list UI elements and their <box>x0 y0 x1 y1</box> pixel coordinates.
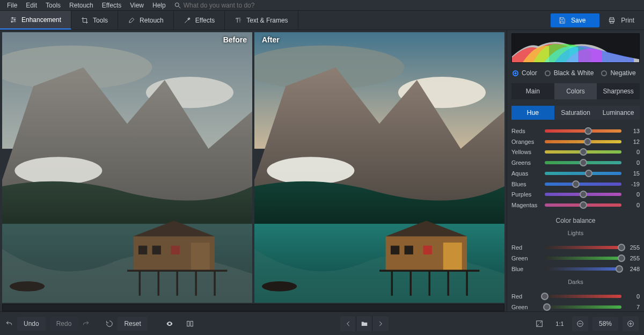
slider-thumb[interactable] <box>616 265 623 273</box>
folder-icon <box>361 320 368 327</box>
histogram[interactable] <box>511 33 640 63</box>
slider-yellows[interactable]: Yellows0 <box>511 148 640 157</box>
slider-label: Green <box>511 255 541 261</box>
radio-negative[interactable]: Negative <box>601 69 635 77</box>
reset-icon[interactable] <box>106 320 113 327</box>
undo-button[interactable]: Undo <box>17 317 46 331</box>
svg-rect-20 <box>171 246 180 254</box>
zoom-out-button[interactable] <box>572 316 588 331</box>
stab-hue[interactable]: Hue <box>511 106 554 120</box>
slider-magentas[interactable]: Magentas0 <box>511 201 640 210</box>
prev-file-button[interactable] <box>340 316 356 331</box>
tab-text-frames[interactable]: Text & Frames <box>225 11 298 30</box>
radio-color[interactable]: Color <box>513 69 537 77</box>
slider-track[interactable] <box>545 246 621 249</box>
slider-value: 0 <box>625 202 640 208</box>
slider-thumb[interactable] <box>585 170 592 177</box>
ptab-main[interactable]: Main <box>511 83 554 99</box>
svg-point-0 <box>175 3 179 6</box>
slider-thumb[interactable] <box>572 180 580 188</box>
menu-help[interactable]: Help <box>149 1 170 10</box>
slider-green[interactable]: Green255 <box>511 253 640 263</box>
undo-arrow-icon[interactable] <box>5 320 13 327</box>
tab-effects[interactable]: Effects <box>174 11 225 30</box>
slider-thumb[interactable] <box>543 303 551 311</box>
slider-red[interactable]: Red0 <box>511 292 640 301</box>
slider-thumb[interactable] <box>618 254 625 262</box>
actual-size-button[interactable]: 1:1 <box>552 316 568 331</box>
slider-label: Oranges <box>511 139 541 145</box>
print-button[interactable]: Print <box>605 13 644 27</box>
slider-track[interactable] <box>545 183 621 186</box>
slider-track[interactable] <box>545 267 621 271</box>
slider-greens[interactable]: Greens0 <box>511 158 640 168</box>
after-pane[interactable]: After <box>254 32 504 303</box>
slider-reds[interactable]: Reds13 <box>511 126 640 135</box>
slider-track[interactable] <box>545 295 621 298</box>
stab-saturation[interactable]: Saturation <box>554 106 597 120</box>
slider-track[interactable] <box>545 172 621 175</box>
ptab-colors[interactable]: Colors <box>554 83 597 99</box>
slider-track[interactable] <box>545 257 621 260</box>
slider-aquas[interactable]: Aquas15 <box>511 169 640 178</box>
slider-oranges[interactable]: Oranges12 <box>511 137 640 146</box>
menu-tools[interactable]: Tools <box>42 1 64 10</box>
menu-edit[interactable]: Edit <box>22 1 41 10</box>
menubar-search[interactable] <box>174 2 280 9</box>
slider-value: 12 <box>625 139 640 145</box>
slider-track[interactable] <box>545 305 621 309</box>
radio-color-label: Color <box>522 69 537 77</box>
browse-button[interactable] <box>356 316 372 331</box>
slider-thumb[interactable] <box>580 148 587 156</box>
tab-enhancement[interactable]: Enhancement <box>0 11 71 30</box>
slider-track[interactable] <box>545 129 621 133</box>
tab-text-frames-label: Text & Frames <box>246 17 288 24</box>
radio-bw[interactable]: Black & White <box>545 69 594 77</box>
slider-green[interactable]: Green7 <box>511 302 640 311</box>
menu-view[interactable]: View <box>126 1 148 10</box>
fit-screen-button[interactable] <box>531 316 547 331</box>
slider-value: 255 <box>625 244 640 251</box>
slider-red[interactable]: Red255 <box>511 243 640 252</box>
ptab-sharpness[interactable]: Sharpness <box>597 83 640 99</box>
redo-label: Redo <box>56 320 72 327</box>
menu-effects[interactable]: Effects <box>98 1 125 10</box>
svg-rect-39 <box>443 243 462 271</box>
slider-blues[interactable]: Blues-19 <box>511 179 640 188</box>
slider-thumb[interactable] <box>584 127 592 135</box>
redo-arrow-icon[interactable] <box>82 320 90 327</box>
slider-blue[interactable]: Blue248 <box>511 264 640 273</box>
slider-track[interactable] <box>545 193 621 196</box>
slider-thumb[interactable] <box>580 191 587 198</box>
slider-track[interactable] <box>545 140 621 143</box>
tab-retouch[interactable]: Retouch <box>118 11 174 30</box>
redo-button[interactable]: Redo <box>50 317 78 331</box>
zoom-in-button[interactable] <box>623 316 639 331</box>
compare-button[interactable] <box>182 316 198 331</box>
preview-button[interactable] <box>162 316 178 331</box>
slider-thumb[interactable] <box>580 201 587 209</box>
slider-thumb[interactable] <box>580 159 587 166</box>
next-file-button[interactable] <box>372 316 389 331</box>
slider-value: 0 <box>625 149 640 155</box>
slider-track[interactable] <box>545 150 621 154</box>
reset-label: Reset <box>124 320 141 327</box>
slider-track[interactable] <box>545 161 621 164</box>
save-button[interactable]: Save <box>551 13 599 27</box>
reset-button[interactable]: Reset <box>118 317 147 331</box>
slider-track[interactable] <box>545 203 621 207</box>
menu-retouch[interactable]: Retouch <box>65 1 97 10</box>
slider-thumb[interactable] <box>618 244 625 251</box>
slider-thumb[interactable] <box>541 293 548 300</box>
stab-luminance[interactable]: Luminance <box>597 106 640 120</box>
horizontal-scrollbar[interactable] <box>2 304 504 311</box>
search-input[interactable] <box>184 2 280 9</box>
slider-purples[interactable]: Purples0 <box>511 190 640 199</box>
before-pane[interactable]: Before <box>2 32 252 303</box>
menu-file[interactable]: File <box>3 1 21 10</box>
tab-tools[interactable]: Tools <box>71 11 118 30</box>
zoom-value[interactable]: 58% <box>592 317 618 331</box>
brush-icon <box>128 17 135 24</box>
bottom-bar: Undo Redo Reset 1:1 58% <box>0 311 644 335</box>
slider-thumb[interactable] <box>584 138 591 145</box>
